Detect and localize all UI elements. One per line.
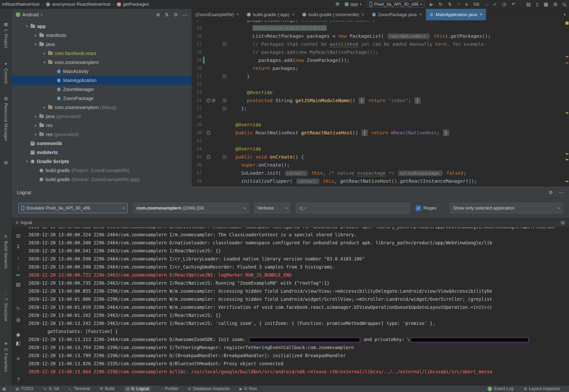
tree-item-zoompackage[interactable]: CZoomPackage: [12, 94, 192, 103]
tool-button-structure[interactable]: ⋮7: Structure: [0, 291, 12, 321]
tree-item-app[interactable]: ▾app: [12, 22, 192, 31]
tree-item-com-zoomexamplern-debug[interactable]: ▸com.zoomexamplern (debug): [12, 103, 192, 112]
error-stripe-mark[interactable]: [566, 56, 568, 57]
git-update-button[interactable]: ↓: [485, 2, 488, 7]
fold-icon[interactable]: −: [223, 74, 227, 78]
help-button[interactable]: ?: [12, 377, 25, 382]
restart-button[interactable]: ↻: [12, 306, 25, 311]
logcat-lines[interactable]: 2020-12-20 13:40:00.168 2296-2464/com.zo…: [28, 227, 569, 385]
tool-windows-toggle[interactable]: ▦: [2, 387, 6, 391]
tree-arrow-icon[interactable]: ▾: [41, 60, 48, 64]
tool-button-project[interactable]: ▦1: Project: [0, 22, 12, 48]
terminal-button[interactable]: >_Terminal: [69, 386, 90, 391]
error-stripe-mark[interactable]: [566, 22, 569, 25]
tool-button-resource-manager[interactable]: ▨Resource Manager: [0, 96, 12, 141]
scroll-down-button[interactable]: ↓: [12, 264, 25, 269]
apply-changes-button[interactable]: ↻: [439, 2, 443, 7]
tree-item-gradle-scripts[interactable]: ▾GGradle Scripts: [12, 157, 192, 166]
tree-item-java-generated[interactable]: ▸java (generated): [12, 112, 192, 121]
logcat-filter-select[interactable]: Show only selected application ▾: [450, 203, 563, 213]
override-icon[interactable]: ↑: [207, 155, 211, 159]
search-history-icon[interactable]: ▾: [304, 206, 306, 210]
error-stripe-mark[interactable]: [566, 112, 568, 113]
tree-item-mainactivity[interactable]: CMainActivity: [12, 67, 192, 76]
tree-arrow-icon[interactable]: ▸: [32, 132, 39, 137]
logcat-tab-label[interactable]: logcat: [21, 220, 32, 225]
tab-mainapplication-java[interactable]: CMainApplication.java×: [426, 9, 486, 20]
git-commit-button[interactable]: ✔: [493, 2, 497, 7]
tree-arrow-icon[interactable]: ▸: [41, 105, 48, 110]
fold-icon[interactable]: −: [223, 42, 227, 46]
breadcrumb-method[interactable]: mgetPackages: [117, 2, 149, 7]
tool-button-build-variants[interactable]: ≋Build Variants: [0, 234, 12, 269]
event-log-button[interactable]: 2Event Log: [487, 386, 513, 391]
error-stripe-mark[interactable]: [566, 181, 568, 182]
tree-item-com-facebook-react[interactable]: ▸com.facebook.react: [12, 49, 192, 58]
tree-item-zoommanager[interactable]: CZoomManager: [12, 85, 192, 94]
layout-inspector-button[interactable]: ⊞Layout Inspector: [524, 386, 561, 391]
git-rollback-button[interactable]: ↶: [512, 2, 516, 7]
tree-item-com-zoomexamplern[interactable]: ▾com.zoomexamplern: [12, 58, 192, 67]
tree-item-res[interactable]: ▸res: [12, 121, 192, 130]
screen-record-button[interactable]: ◧: [12, 341, 25, 346]
tab-build-gradle-app[interactable]: Gbuild.gradle (:app)×: [243, 9, 299, 20]
close-tab-icon[interactable]: ×: [419, 12, 422, 17]
logcat-process-select[interactable]: com.zoomexamplern (2296) [DE ▾: [133, 203, 249, 213]
clear-logcat-button[interactable]: ⊟: [12, 233, 25, 238]
close-tab-icon[interactable]: ×: [480, 12, 482, 17]
logcat-display-settings-icon[interactable]: ▤: [561, 220, 565, 225]
logcat-search-input[interactable]: ▾: [296, 203, 410, 213]
tree-arrow-icon[interactable]: ▾: [32, 42, 39, 46]
hide-panel-button[interactable]: —: [183, 12, 187, 17]
logcat-device-select[interactable]: Emulator Pixel_3a_API_30_x86 ▾: [18, 203, 128, 213]
tree-item-res-generated[interactable]: ▸res (generated): [12, 130, 192, 139]
tool-button-commit[interactable]: ●Commit: [0, 61, 12, 84]
tree-item-commonlib[interactable]: commonlib: [12, 139, 192, 148]
build-tool-button[interactable]: ⚒Build: [100, 386, 114, 391]
breadcrumb-anonymous-class[interactable]: aanonymous ReactNativeHost: [46, 2, 110, 7]
todo-button[interactable]: ▤TODO: [15, 386, 33, 391]
tree-arrow-icon[interactable]: ▾: [24, 159, 30, 164]
soft-wrap-button[interactable]: ↩: [12, 273, 25, 278]
apply-code-changes-button[interactable]: ↯: [448, 2, 452, 7]
logcat-settings-button[interactable]: ⚙: [12, 318, 25, 322]
error-stripe-mark[interactable]: [566, 153, 568, 154]
screenshot-button[interactable]: ◉: [12, 332, 25, 337]
tree-arrow-icon[interactable]: ▸: [32, 114, 39, 118]
logcat-panel-settings-button[interactable]: ⚙: [549, 190, 553, 195]
logcat-minimize-button[interactable]: —: [559, 190, 564, 195]
tree-arrow-icon[interactable]: ▸: [32, 33, 39, 37]
breadcrumb-host[interactable]: mReactNativeHost: [2, 2, 39, 7]
editor[interactable]: 24 @SuppressWarnings("UnnecessaryLocalVa…: [192, 21, 569, 186]
run-config-select[interactable]: app▾: [345, 2, 362, 7]
tool-button-favorites[interactable]: ★2: Favorites: [0, 341, 12, 372]
editor-error-stripe[interactable]: [565, 21, 569, 186]
scroll-to-end-button[interactable]: ↧: [12, 244, 25, 249]
logcat-tool-button[interactable]: ▥6: Logcat: [124, 386, 151, 392]
project-settings-button[interactable]: ⚙: [173, 12, 178, 17]
close-tab-icon[interactable]: ×: [292, 12, 295, 17]
device-file-explorer-button[interactable]: ▤: [526, 2, 531, 7]
override-icon[interactable]: ↑: [207, 131, 211, 135]
search-everywhere-button[interactable]: [563, 3, 566, 6]
build-hammer-icon[interactable]: ⚒: [335, 2, 340, 7]
error-stripe-mark[interactable]: [566, 159, 568, 160]
tree-item-mainapplication[interactable]: CMainApplication: [12, 76, 192, 85]
project-tree-panel[interactable]: ▾app▸manifests▾java▸com.facebook.react▾c…: [12, 21, 192, 186]
tree-arrow-icon[interactable]: ▸: [32, 123, 39, 127]
fold-icon[interactable]: −: [223, 107, 227, 111]
device-select[interactable]: Pixel_3a_API_30_x86▾: [367, 1, 425, 8]
close-tab-icon[interactable]: ×: [237, 12, 239, 17]
fold-icon[interactable]: +: [223, 98, 227, 103]
tree-item-build-gradle-project-zoomexamplern[interactable]: Gbuild.gradle (Project: ZoomExampleRN): [12, 166, 192, 175]
expand-collapse-button[interactable]: ⇅: [165, 12, 169, 17]
scroll-up-button[interactable]: ↑: [12, 256, 25, 261]
project-view-selector[interactable]: Android: [22, 12, 39, 17]
regex-checkbox[interactable]: ✓ Regex: [416, 203, 437, 213]
profile-button[interactable]: ◔: [457, 2, 460, 7]
logcat-level-select[interactable]: Verbose ▾: [254, 203, 290, 213]
tree-arrow-icon[interactable]: ▾: [24, 24, 30, 28]
close-tab-icon[interactable]: ×: [362, 12, 364, 17]
tool-button-misc[interactable]: ▧: [0, 160, 12, 165]
fold-icon[interactable]: −: [223, 155, 227, 159]
